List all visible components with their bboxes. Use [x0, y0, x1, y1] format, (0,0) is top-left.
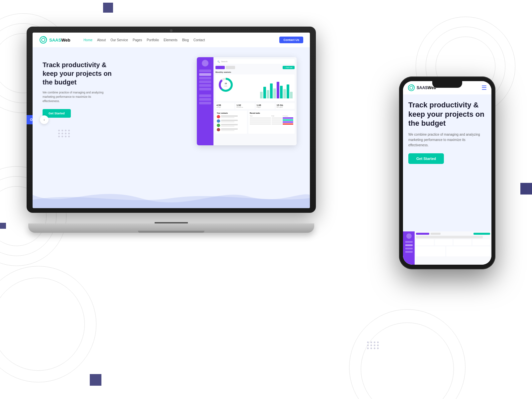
- nav-about[interactable]: About: [97, 38, 106, 42]
- dashboard-mockup: 🔍 Search + Add task Monthly statistic: [197, 57, 297, 145]
- phone-get-started-button[interactable]: Get Started: [408, 153, 444, 164]
- square-decoration: [90, 374, 101, 386]
- metric-label: storage: [216, 106, 233, 108]
- contact-name: [221, 115, 238, 117]
- dots-decoration: [367, 341, 379, 349]
- slider-prev-arrow[interactable]: ‹: [40, 115, 49, 124]
- sidebar-item: [199, 98, 211, 101]
- tables-section: Your contacts: [215, 111, 295, 134]
- task-category: [283, 123, 293, 125]
- hero-content: Track productivity & keep your projects …: [43, 57, 194, 118]
- svg-text:tasks: tasks: [224, 85, 227, 87]
- task-name: [250, 117, 271, 119]
- metric-free: 15 Gb free space: [276, 103, 295, 109]
- circle-ring: [349, 309, 466, 399]
- metrics-row: 4.56 storage 1.92 documents 1.06: [215, 103, 295, 109]
- hero-description: We combine practice of managing and anal…: [43, 90, 109, 103]
- task-row: [250, 121, 293, 123]
- phone-dashboard-content: [415, 231, 491, 265]
- dashboard-tabs: + Add task: [215, 66, 295, 69]
- sidebar-item: [199, 69, 211, 72]
- task-row: [250, 117, 293, 119]
- nav-home[interactable]: Home: [83, 38, 92, 42]
- stats-title: Monthly statistic: [215, 71, 295, 73]
- tab-week[interactable]: [226, 66, 235, 69]
- phone-dash-row: [416, 236, 483, 238]
- task-name: [250, 119, 271, 121]
- dashboard-sidebar: [197, 57, 213, 145]
- metric-storage: 4.56 storage: [215, 103, 234, 109]
- tasks-header: TaskDateCategory: [250, 115, 293, 117]
- logo-icon: [39, 36, 47, 44]
- contact-info: [221, 128, 246, 131]
- contact-us-button[interactable]: Contact Us: [279, 37, 303, 43]
- avatar: [217, 124, 220, 127]
- task-category: [283, 121, 293, 123]
- laptop-bezel: ⚙ ‹ SAASWeb: [27, 27, 316, 213]
- contact-info: [221, 124, 246, 127]
- circle-ring: [0, 278, 85, 371]
- metric-value: 4.56: [216, 104, 233, 106]
- contact-email: [221, 121, 234, 122]
- contact-email: [221, 130, 234, 131]
- contact-row: [217, 128, 246, 131]
- metric-label: images: [257, 106, 274, 108]
- sidebar-item: [199, 102, 211, 104]
- nav-elements[interactable]: Elements: [164, 38, 178, 42]
- task-date: [272, 121, 282, 123]
- search-placeholder: Search: [221, 61, 227, 63]
- phone-bezel: SAASWeb ☰ Track productivity & keep your…: [399, 76, 495, 269]
- contact-email: [221, 126, 234, 127]
- hamburger-menu[interactable]: ☰: [481, 84, 487, 91]
- tasks-table: Recent tasks TaskDateCategory: [248, 111, 295, 134]
- metric-images: 1.06 images: [256, 103, 275, 109]
- phone-hero-title: Track productivity & keep your projects …: [408, 100, 486, 128]
- dashboard-search[interactable]: 🔍 Search: [215, 59, 295, 64]
- phone-mockup: SAASWeb ☰ Track productivity & keep your…: [399, 76, 495, 276]
- bar-chart: [260, 78, 293, 98]
- tasks-title: Recent tasks: [250, 112, 293, 114]
- add-task-btn[interactable]: + Add task: [283, 66, 295, 69]
- site-logo: SAASWeb: [39, 36, 70, 44]
- square-decoration: [103, 3, 113, 13]
- contact-row: [217, 124, 246, 127]
- contact-name: [221, 128, 238, 130]
- nav-contact[interactable]: Contact: [194, 38, 205, 42]
- nav-service[interactable]: Our Service: [110, 38, 128, 42]
- task-row: [250, 123, 293, 125]
- chart-area: 15 tasks: [215, 74, 295, 101]
- avatar: [217, 115, 220, 118]
- hero-dashboard: 🔍 Search + Add task Monthly statistic: [194, 54, 300, 147]
- phone-dashboard-inner: [403, 231, 491, 265]
- nav-pages[interactable]: Pages: [133, 38, 142, 42]
- hero-section: Track productivity & keep your projects …: [33, 47, 310, 208]
- contacts-table: Your contacts: [215, 111, 247, 134]
- task-date: [272, 119, 282, 121]
- sidebar-item: [199, 84, 211, 87]
- nav-links: Home About Our Service Pages Portfolio E…: [83, 38, 279, 42]
- sidebar-item: [199, 88, 211, 90]
- square-decoration: [520, 183, 532, 195]
- phone-dash-header: [416, 233, 490, 235]
- wave-decoration: [33, 182, 310, 208]
- nav-portfolio[interactable]: Portfolio: [147, 38, 159, 42]
- metric-label: free space: [277, 106, 294, 108]
- circle-ring: [0, 266, 96, 382]
- nav-blog[interactable]: Blog: [182, 38, 189, 42]
- tab-active[interactable]: [215, 66, 225, 69]
- metric-label: documents: [236, 106, 253, 108]
- site-navigation: SAASWeb Home About Our Service Pages Por…: [33, 33, 310, 47]
- task-row: [250, 119, 293, 121]
- svg-point-8: [410, 86, 413, 89]
- phone-dashboard-preview: [403, 231, 491, 265]
- task-name: [250, 121, 271, 123]
- metric-value: 1.92: [236, 104, 253, 106]
- hero-title: Track productivity & keep your projects …: [43, 61, 116, 86]
- phone-hero-description: We combine practice of managing and anal…: [408, 132, 486, 148]
- metric-value: 1.06: [257, 104, 274, 106]
- dashboard-main: 🔍 Search + Add task Monthly statistic: [213, 57, 297, 145]
- sidebar-item: [199, 73, 211, 76]
- avatar: [217, 119, 220, 123]
- svg-point-1: [42, 38, 45, 42]
- laptop-base: [28, 223, 314, 233]
